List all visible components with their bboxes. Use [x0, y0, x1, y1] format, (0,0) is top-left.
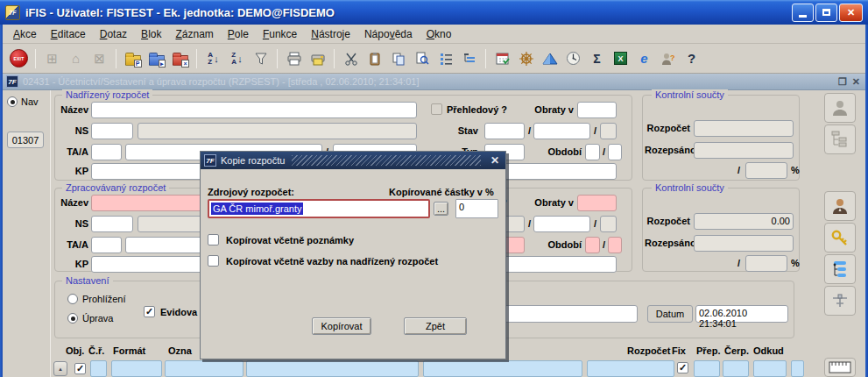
row-oznaceni-cell[interactable]: [165, 360, 243, 377]
gauge-icon[interactable]: [562, 47, 584, 69]
key-icon[interactable]: [824, 223, 856, 253]
working-ta-field[interactable]: [91, 237, 122, 253]
row-odkud-cell[interactable]: [753, 360, 787, 377]
row-extra-cell[interactable]: [791, 360, 804, 377]
working-ns-field[interactable]: [91, 216, 133, 232]
find-icon[interactable]: [411, 47, 433, 69]
list-values-icon[interactable]: [434, 47, 456, 69]
print-setup-icon[interactable]: [307, 47, 328, 69]
menu-item-editace[interactable]: Editace: [44, 25, 93, 43]
person-icon[interactable]: [824, 191, 856, 221]
close-button[interactable]: ✕: [839, 4, 863, 22]
parent-stav2-field[interactable]: [533, 123, 590, 139]
amounts-input[interactable]: 0: [455, 199, 498, 218]
datum-field[interactable]: 02.06.2010 21:34:01: [695, 305, 788, 323]
row-text-cell[interactable]: [246, 360, 419, 377]
parent-nazev-field[interactable]: [91, 102, 417, 118]
sort-ascending-icon[interactable]: AZ↓: [202, 47, 224, 69]
hierarchy-disabled-icon[interactable]: [824, 124, 856, 154]
menu-item-pole[interactable]: Pole: [221, 25, 256, 43]
copy-parent-link-checkbox[interactable]: [208, 255, 219, 267]
menu-item-záznam[interactable]: Záznam: [168, 25, 220, 43]
person-disabled-icon[interactable]: [824, 93, 856, 123]
source-input[interactable]: GA ČR mimoř.granty: [208, 199, 430, 218]
web-browser-icon[interactable]: e: [633, 47, 655, 69]
hierarchy-icon[interactable]: [824, 254, 856, 284]
working-stav2-field[interactable]: [533, 216, 590, 232]
parent-obraty-field[interactable]: [577, 102, 617, 118]
prohlizeni-radio[interactable]: Prohlížení: [67, 294, 126, 304]
parent-budget-group-title: Nadřízený rozpočet: [62, 89, 152, 100]
help-icon[interactable]: ?: [681, 47, 702, 69]
navigator-wheel-icon[interactable]: [515, 47, 537, 69]
row-format-cell[interactable]: [111, 360, 162, 377]
ruler-icon[interactable]: [824, 358, 856, 377]
row-obj-checkbox[interactable]: ✓: [74, 363, 86, 374]
user-help-icon[interactable]: ?: [657, 47, 679, 69]
working-obdobi-field[interactable]: [585, 237, 600, 253]
working-stav3-field[interactable]: [600, 216, 617, 232]
delete-record-icon[interactable]: ⊠: [88, 47, 110, 69]
filter-icon[interactable]: [250, 47, 272, 69]
sum-icon[interactable]: Σ: [586, 47, 608, 69]
working-obraty-field[interactable]: [577, 195, 617, 211]
grid-header-oznaceni: Ozna: [168, 345, 192, 356]
menu-item-okno[interactable]: Okno: [420, 25, 459, 43]
minimize-button[interactable]: [792, 4, 814, 22]
dialog-titlebar[interactable]: 7F Kopie rozpočtu ✕: [201, 152, 505, 169]
parent-stav-field[interactable]: [484, 123, 525, 139]
copy-notes-label: Kopírovat včetně poznámky: [226, 235, 354, 245]
parent-obdobi2-field[interactable]: [608, 144, 622, 160]
enter-query-icon[interactable]: P: [122, 47, 144, 69]
previous-block-icon[interactable]: ⌂: [65, 47, 87, 69]
dialog-title: Kopie rozpočtu: [221, 155, 285, 166]
cancel-query-icon[interactable]: ×: [169, 47, 191, 69]
row-cerp-cell[interactable]: [723, 360, 749, 377]
back-button[interactable]: Zpět: [404, 317, 467, 335]
dialog-close-icon[interactable]: ✕: [488, 154, 502, 167]
uprava-radio[interactable]: Úprava: [67, 313, 113, 324]
copy-notes-checkbox[interactable]: [208, 234, 219, 245]
copy-button[interactable]: Kopírovat: [312, 317, 371, 335]
list-records-icon[interactable]: [458, 47, 480, 69]
form-close-icon[interactable]: ✕: [852, 76, 860, 88]
browse-button[interactable]: ...: [434, 202, 448, 216]
menu-item-nástroje[interactable]: Nástroje: [304, 25, 357, 43]
paste-icon[interactable]: [363, 47, 385, 69]
working-obdobi2-field[interactable]: [608, 237, 622, 253]
menu-item-nápověda[interactable]: Nápověda: [357, 25, 420, 43]
row-prep-cell[interactable]: [694, 360, 720, 377]
code-button[interactable]: 01307: [7, 132, 44, 148]
menu-item-akce[interactable]: Akce: [6, 25, 44, 43]
row-rozpocet-cell[interactable]: [587, 360, 674, 377]
row-fix-checkbox[interactable]: ✓: [677, 362, 688, 373]
excel-export-icon[interactable]: X: [610, 47, 632, 69]
menu-item-funkce[interactable]: Funkce: [256, 25, 304, 43]
copy-record-icon[interactable]: [387, 47, 409, 69]
cut-icon[interactable]: [340, 47, 362, 69]
splitter-icon[interactable]: [824, 286, 856, 316]
parent-stav3-field[interactable]: [600, 123, 617, 139]
parent-ns-name-field[interactable]: [138, 123, 417, 139]
menu-item-blok[interactable]: Blok: [134, 25, 168, 43]
maximize-button[interactable]: [815, 4, 837, 22]
print-icon[interactable]: [283, 47, 305, 69]
row-text2-cell[interactable]: [423, 360, 582, 377]
form-restore-icon[interactable]: ❐: [838, 76, 847, 88]
datum-button[interactable]: Datum: [647, 305, 693, 323]
parent-prehledovy-checkbox[interactable]: [431, 103, 442, 115]
parent-ta-field[interactable]: [91, 144, 122, 160]
pyramid-icon[interactable]: [539, 47, 561, 69]
evidovat-checkbox[interactable]: ✓: [144, 306, 155, 317]
parent-ns-field[interactable]: [91, 123, 133, 139]
row-cr-cell[interactable]: [90, 360, 107, 377]
insert-record-icon[interactable]: ⊞: [41, 47, 63, 69]
nav-radio[interactable]: Nav: [7, 96, 39, 107]
parent-obdobi-field[interactable]: [585, 144, 600, 160]
exit-button[interactable]: EXIT: [8, 47, 30, 69]
record-scroll-up-button[interactable]: ▲: [53, 361, 67, 376]
execute-query-icon[interactable]: ▸: [145, 47, 167, 69]
calendar-icon[interactable]: [491, 47, 513, 69]
sort-descending-icon[interactable]: ZA↓: [226, 47, 248, 69]
menu-item-dotaz[interactable]: Dotaz: [93, 25, 134, 43]
